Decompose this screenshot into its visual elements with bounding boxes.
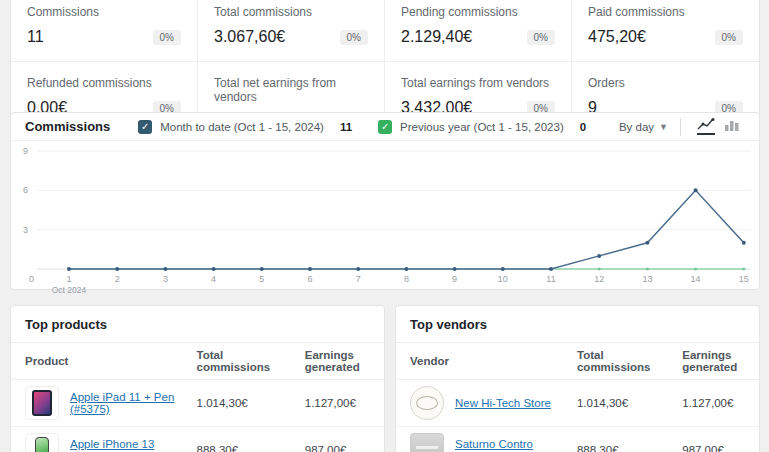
svg-text:1: 1 (66, 274, 71, 284)
vendor-link[interactable]: New Hi-Tech Store (455, 397, 551, 409)
svg-text:10: 10 (498, 274, 508, 284)
earnings-generated-cell: 987,00€ (291, 427, 384, 452)
total-commissions-cell: 888,30€ (563, 427, 668, 452)
stat-value: 11 (27, 28, 44, 46)
divider (680, 118, 681, 136)
svg-text:Oct 2024: Oct 2024 (52, 285, 87, 295)
interval-label: By day (619, 121, 654, 133)
stat-value: 475,20€ (588, 28, 646, 46)
stat-label: Refunded commissions (27, 76, 181, 90)
svg-text:6: 6 (307, 274, 312, 284)
stat-label: Orders (588, 76, 743, 90)
legend-label: Previous year (Oct 1 - 15, 2023) (400, 121, 564, 133)
stat-label: Paid commissions (588, 5, 743, 19)
product-image (25, 386, 59, 420)
earnings-generated-cell: 1.127,00€ (668, 380, 759, 427)
chart-legend: ✓Month to date (Oct 1 - 15, 2024)11✓Prev… (138, 120, 612, 134)
legend-label: Month to date (Oct 1 - 15, 2024) (160, 121, 324, 133)
svg-text:15: 15 (739, 274, 749, 284)
stat-card: Total commissions3.067,60€0% (198, 0, 385, 62)
table-row: Saturno Contro Shop888,30€987,00€ (396, 427, 759, 452)
stat-label: Total net earnings from vendors (214, 76, 368, 104)
total-commissions-cell: 888,30€ (183, 427, 291, 452)
chart-controls: By day ▼ (619, 116, 745, 137)
stat-change-badge: 0% (340, 30, 368, 45)
svg-text:4: 4 (211, 274, 216, 284)
svg-text:8: 8 (404, 274, 409, 284)
legend-toggle-current[interactable]: ✓Month to date (Oct 1 - 15, 2024) (138, 120, 324, 134)
stat-change-badge: 0% (715, 30, 743, 45)
commissions-chart-card: Commissions ✓Month to date (Oct 1 - 15, … (10, 112, 760, 290)
column-header: Total commissions (563, 343, 668, 380)
svg-text:5: 5 (259, 274, 264, 284)
vendor-link[interactable]: Saturno Contro Shop (455, 438, 555, 452)
stat-change-badge: 0% (527, 30, 555, 45)
earnings-generated-cell: 1.127,00€ (291, 380, 384, 427)
vendor-logo (410, 433, 444, 452)
bar-chart-icon (724, 118, 740, 131)
total-commissions-cell: 1.014,30€ (183, 380, 291, 427)
svg-text:14: 14 (691, 274, 701, 284)
vendor-logo (410, 386, 444, 420)
line-chart-icon (697, 118, 715, 131)
legend-count: 0 (580, 121, 586, 133)
stat-label: Total earnings from vendors (401, 76, 555, 90)
checkbox-checked-icon: ✓ (378, 120, 392, 134)
column-header: Earnings generated (291, 343, 384, 380)
legend-toggle-previous[interactable]: ✓Previous year (Oct 1 - 15, 2023) (378, 120, 564, 134)
svg-text:13: 13 (642, 274, 652, 284)
stat-value: 2.129,40€ (401, 28, 472, 46)
column-header: Product (11, 343, 183, 380)
stat-card: Pending commissions2.129,40€0% (385, 0, 572, 62)
top-products-card: Top products ProductTotal commissionsEar… (10, 305, 385, 452)
legend-count: 11 (340, 121, 352, 133)
svg-text:9: 9 (23, 146, 28, 156)
column-header: Earnings generated (668, 343, 759, 380)
svg-text:9: 9 (452, 274, 457, 284)
interval-select[interactable]: By day ▼ (619, 121, 668, 133)
column-header: Vendor (396, 343, 563, 380)
top-products-title: Top products (11, 306, 384, 342)
stat-label: Total commissions (214, 5, 368, 19)
svg-text:6: 6 (23, 185, 28, 195)
stat-change-badge: 0% (153, 30, 181, 45)
chevron-down-icon: ▼ (659, 122, 668, 132)
svg-text:2: 2 (115, 274, 120, 284)
stat-label: Commissions (27, 5, 181, 19)
top-products-table: ProductTotal commissionsEarnings generat… (11, 342, 384, 452)
product-link[interactable]: Apple iPad 11 + Pen (#5375) (70, 391, 175, 415)
chart-header: Commissions ✓Month to date (Oct 1 - 15, … (11, 113, 759, 141)
line-chart-toggle[interactable] (693, 116, 719, 137)
bar-chart-toggle[interactable] (719, 116, 745, 137)
total-commissions-cell: 1.014,30€ (563, 380, 668, 427)
top-vendors-card: Top vendors VendorTotal commissionsEarni… (395, 305, 760, 452)
table-row: New Hi-Tech Store1.014,30€1.127,00€ (396, 380, 759, 427)
stat-card: Commissions110% (11, 0, 198, 62)
svg-text:11: 11 (546, 274, 555, 284)
svg-text:0: 0 (29, 274, 34, 284)
svg-text:3: 3 (23, 225, 28, 235)
product-link[interactable]: Apple iPhone 13 Mint (#5333) (70, 438, 175, 452)
stat-value: 3.067,60€ (214, 28, 285, 46)
top-vendors-table: VendorTotal commissionsEarnings generate… (396, 342, 759, 452)
stat-label: Pending commissions (401, 5, 555, 19)
svg-text:3: 3 (163, 274, 168, 284)
commissions-line-chart: 3690123456789101112131415Oct 2024 (11, 141, 759, 298)
svg-text:12: 12 (594, 274, 604, 284)
column-header: Total commissions (183, 343, 291, 380)
stat-card: Paid commissions475,20€0% (572, 0, 759, 62)
top-vendors-title: Top vendors (396, 306, 759, 342)
product-image (25, 433, 59, 452)
table-row: Apple iPhone 13 Mint (#5333)888,30€987,0… (11, 427, 384, 452)
chart-title: Commissions (25, 119, 110, 134)
earnings-generated-cell: 987,00€ (668, 427, 759, 452)
checkbox-checked-icon: ✓ (138, 120, 152, 134)
table-row: Apple iPad 11 + Pen (#5375)1.014,30€1.12… (11, 380, 384, 427)
svg-text:7: 7 (356, 274, 361, 284)
